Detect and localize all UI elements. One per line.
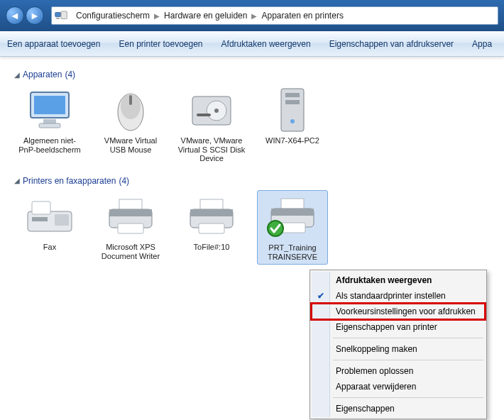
device-item[interactable]: VMware, VMware Virtual S SCSI Disk Devic… <box>176 84 247 166</box>
svg-rect-2 <box>56 18 60 19</box>
menu-label: Afdruktaken weergeven <box>336 275 432 285</box>
svg-rect-5 <box>43 119 56 123</box>
add-device-button[interactable]: Een apparaat toevoegen <box>7 39 100 49</box>
printer-item-selected[interactable]: PRT_Training TRAINSERVE <box>257 190 328 265</box>
chevron-right-icon: ▶ <box>154 12 160 20</box>
breadcrumb-item[interactable]: Configuratiescherm <box>72 11 154 21</box>
menu-label: Snelkoppeling maken <box>336 344 417 354</box>
monitor-icon <box>16 87 84 135</box>
menu-item-printing-prefs[interactable]: Voorkeursinstellingen voor afdrukken <box>312 304 485 319</box>
section-header-devices[interactable]: ◢ Apparaten (4) <box>14 70 490 79</box>
menu-label: Eigenschappen <box>336 404 395 414</box>
section-count: (4) <box>65 70 75 79</box>
menu-item-shortcut[interactable]: Snelkoppeling maken <box>312 341 485 357</box>
collapse-icon: ◢ <box>14 71 20 79</box>
device-label: WIN7-X64-PC2 <box>258 136 327 145</box>
printer-item[interactable]: Fax <box>14 190 85 265</box>
section-header-printers[interactable]: ◢ Printers en faxapparaten (4) <box>14 176 490 186</box>
menu-item-properties[interactable]: Eigenschappen <box>312 401 485 416</box>
printer-icon <box>177 193 246 241</box>
navigation-bar: ◄ ► Configuratiescherm ▶ Hardware en gel… <box>0 0 504 31</box>
address-bar[interactable]: Configuratiescherm ▶ Hardware en geluide… <box>51 6 498 25</box>
printer-default-icon <box>259 194 326 242</box>
menu-item-printer-props[interactable]: Eigenschappen van printer <box>312 319 485 335</box>
add-printer-button[interactable]: Een printer toevoegen <box>119 39 202 49</box>
device-item[interactable]: Algemeen niet-PnP-beeldscherm <box>14 84 85 166</box>
view-jobs-button[interactable]: Afdruktaken weergeven <box>221 39 311 49</box>
fax-icon <box>16 193 84 241</box>
svg-rect-0 <box>55 13 61 17</box>
svg-rect-29 <box>199 223 224 233</box>
printer-icon <box>97 193 165 241</box>
remove-device-button[interactable]: Appa <box>472 39 492 49</box>
svg-rect-20 <box>55 214 69 226</box>
svg-rect-19 <box>32 201 50 214</box>
computer-tower-icon <box>258 87 327 135</box>
menu-item-set-default[interactable]: ✔ Als standaardprinter instellen <box>312 288 485 304</box>
svg-rect-13 <box>197 114 211 116</box>
menu-separator <box>333 360 483 360</box>
device-label: VMware Virtual USB Mouse <box>97 136 165 154</box>
svg-rect-28 <box>190 209 233 216</box>
menu-item-troubleshoot[interactable]: Problemen oplossen <box>312 363 485 379</box>
menu-separator <box>333 338 483 338</box>
section-count: (4) <box>119 176 129 186</box>
menu-label: Problemen oplossen <box>336 366 413 376</box>
server-props-button[interactable]: Eigenschappen van afdrukserver <box>329 39 454 49</box>
svg-rect-21 <box>32 217 48 221</box>
printer-label: Microsoft XPS Document Writer <box>97 243 165 260</box>
menu-label: Als standaardprinter instellen <box>336 291 446 301</box>
svg-rect-15 <box>285 93 300 97</box>
breadcrumb-item[interactable]: Hardware en geluiden <box>160 11 251 21</box>
device-label: Algemeen niet-PnP-beeldscherm <box>16 136 84 154</box>
menu-separator <box>333 397 483 398</box>
arrow-right-icon: ► <box>30 10 40 21</box>
printer-label: Fax <box>16 243 84 252</box>
svg-rect-32 <box>271 209 314 216</box>
svg-rect-1 <box>61 11 67 19</box>
printers-grid: Fax Microsoft XPS Document Writer <box>14 190 490 265</box>
menu-label: Eigenschappen van printer <box>336 322 437 332</box>
printer-label: PRT_Training TRAINSERVE <box>259 243 326 261</box>
arrow-left-icon: ◄ <box>10 10 20 21</box>
device-item[interactable]: VMware Virtual USB Mouse <box>95 84 166 166</box>
device-label: VMware, VMware Virtual S SCSI Disk Devic… <box>177 136 246 163</box>
chevron-right-icon: ▶ <box>251 12 257 20</box>
svg-point-17 <box>290 119 295 123</box>
svg-rect-4 <box>34 96 65 114</box>
menu-label: Apparaat verwijderen <box>336 382 416 392</box>
device-item[interactable]: WIN7-X64-PC2 <box>257 84 328 166</box>
collapse-icon: ◢ <box>14 177 20 184</box>
section-title: Apparaten <box>23 70 62 79</box>
menu-item-remove[interactable]: Apparaat verwijderen <box>312 379 485 394</box>
content-area: ◢ Apparaten (4) Algemeen niet-PnP-beelds… <box>0 57 504 275</box>
printer-item[interactable]: Microsoft XPS Document Writer <box>95 190 166 265</box>
command-bar: Een apparaat toevoegen Een printer toevo… <box>0 31 504 57</box>
context-menu: Afdruktaken weergeven ✔ Als standaardpri… <box>309 270 487 419</box>
svg-rect-6 <box>39 123 60 128</box>
printer-item[interactable]: ToFile#:10 <box>176 190 247 265</box>
check-icon: ✔ <box>317 291 324 301</box>
menu-item-view-jobs[interactable]: Afdruktaken weergeven <box>312 272 485 288</box>
menu-label: Voorkeursinstellingen voor afdrukken <box>336 306 476 316</box>
disk-icon <box>177 87 246 135</box>
svg-point-12 <box>214 109 219 113</box>
svg-point-34 <box>268 221 283 236</box>
svg-rect-25 <box>118 223 143 233</box>
breadcrumb-item[interactable]: Apparaten en printers <box>257 11 347 21</box>
mouse-icon <box>97 87 165 135</box>
svg-rect-9 <box>129 95 132 105</box>
svg-rect-24 <box>109 209 152 216</box>
devices-grid: Algemeen niet-PnP-beeldscherm VMware Vir… <box>14 84 490 166</box>
section-title: Printers en faxapparaten <box>23 176 116 186</box>
back-button[interactable]: ◄ <box>6 6 24 25</box>
svg-rect-16 <box>285 100 300 104</box>
printer-label: ToFile#:10 <box>177 243 246 252</box>
forward-button[interactable]: ► <box>26 6 44 25</box>
devices-icon <box>55 11 67 21</box>
